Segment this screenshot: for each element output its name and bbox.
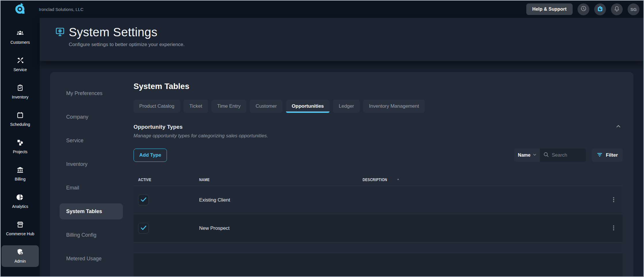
sidebar-item-admin[interactable]: Admin [1,245,39,267]
section-title: Opportunity Types [134,124,183,130]
section-description: Manage opportunity types for categorizin… [134,133,623,139]
sidebar-item-projects[interactable]: Projects [1,136,39,158]
table-row[interactable]: New Prospect [134,214,623,242]
table-header-row: ACTIVE NAME DESCRIPTION [134,173,623,186]
notifications-button[interactable] [611,3,623,15]
history-button[interactable] [578,3,589,15]
sidebar-item-label: Analytics [12,204,28,209]
settings-nav-service[interactable]: Service [60,132,123,149]
admin-shield-icon [16,248,24,257]
row-actions-button[interactable] [609,223,618,234]
calendar-icon [16,111,24,120]
content-heading: System Tables [134,82,623,91]
primary-sidebar: Customers Service Inventory [1,18,40,276]
sidebar-item-label: Projects [13,149,28,155]
settings-nav-billing-config[interactable]: Billing Config [60,227,123,243]
collapse-section-button[interactable] [614,123,623,130]
settings-nav-inventory[interactable]: Inventory [60,156,123,172]
sidebar-item-service[interactable]: Service [1,54,39,75]
settings-nav: My Preferences Company Service Inventory… [50,72,134,276]
settings-panel: My Preferences Company Service Inventory… [50,72,633,276]
sidebar-item-customers[interactable]: Customers [1,26,39,48]
sidebar-item-label: Billing [15,177,25,182]
storefront-icon [16,221,24,230]
add-type-button[interactable]: Add Type [134,149,167,162]
sort-asc-icon [396,177,400,182]
settings-nav-metered-usage[interactable]: Metered Usage [60,251,123,267]
check-icon [140,224,147,233]
column-header-name[interactable]: NAME [199,177,363,182]
active-checkbox[interactable] [138,195,149,205]
sidebar-item-label: Customers [10,40,30,45]
tools-icon [16,57,24,66]
sort-field-value: Name [518,153,531,158]
tab-ledger[interactable]: Ledger [333,100,360,113]
settings-nav-email[interactable]: Email [60,180,123,196]
page-title: System Settings [69,25,157,39]
settings-nav-company[interactable]: Company [60,109,123,125]
user-avatar[interactable]: SG [628,3,639,15]
top-bar: Ironclad Solutions, LLC Help & Support [1,1,643,18]
timer-button[interactable] [594,3,606,15]
settings-nav-my-preferences[interactable]: My Preferences [60,85,123,101]
page-header: System Settings Configure settings to be… [40,18,643,61]
table-row-partial [134,242,623,253]
sidebar-item-label: Admin [14,259,26,264]
sidebar-item-commerce-hub[interactable]: Commerce Hub [1,218,39,240]
type-name: Existing Client [199,197,363,203]
tab-time-entry[interactable]: Time Entry [212,100,247,113]
bank-icon [16,166,24,175]
sidebar-item-label: Scheduling [10,122,30,127]
kebab-icon [611,227,617,232]
people-icon [16,29,24,38]
table-row[interactable]: Existing Client [134,186,623,214]
sitemap-icon [16,139,24,148]
search-field-dropdown[interactable]: Name [514,149,540,162]
pie-chart-icon [16,193,24,202]
settings-monitor-icon [55,26,65,38]
app-logo-icon [14,3,26,16]
sidebar-item-label: Commerce Hub [6,232,34,237]
history-icon [580,5,587,13]
search-input[interactable] [552,152,583,158]
search-icon [543,151,549,159]
chevron-up-icon [615,126,622,130]
sidebar-item-label: Inventory [12,95,28,100]
check-icon [140,196,147,204]
sidebar-item-billing[interactable]: Billing [1,163,39,185]
row-actions-button[interactable] [609,195,618,205]
column-header-description[interactable]: DESCRIPTION [363,177,604,182]
opportunity-types-table: ACTIVE NAME DESCRIPTION [134,173,623,276]
tab-inventory-management[interactable]: Inventory Management [363,100,425,113]
tab-ticket[interactable]: Ticket [184,100,208,113]
search-box [540,149,586,162]
timer-icon [597,5,603,13]
tab-customer[interactable]: Customer [250,100,283,113]
active-checkbox[interactable] [138,223,149,234]
sidebar-item-inventory[interactable]: Inventory [1,81,39,103]
sidebar-item-label: Service [14,67,27,73]
sidebar-item-analytics[interactable]: Analytics [1,191,39,212]
tab-opportunities[interactable]: Opportunities [286,100,329,113]
filter-icon [597,151,603,159]
filter-button[interactable]: Filter [592,149,623,162]
type-name: New Prospect [199,225,363,231]
tab-product-catalog[interactable]: Product Catalog [134,100,180,113]
table-row-partial [134,253,623,276]
company-name: Ironclad Solutions, LLC [39,7,83,12]
chevron-down-icon [532,152,537,158]
bell-icon [613,5,620,13]
clipboard-check-icon [16,84,24,93]
page-subtitle: Configure settings to better optimize yo… [69,42,643,48]
filter-label: Filter [606,152,618,158]
column-header-active[interactable]: ACTIVE [138,177,199,182]
help-support-button[interactable]: Help & Support [526,3,573,15]
kebab-icon [611,199,617,204]
sidebar-item-scheduling[interactable]: Scheduling [1,109,39,130]
system-tables-tabs: Product Catalog Ticket Time Entry Custom… [134,100,623,113]
settings-nav-system-tables[interactable]: System Tables [60,203,123,219]
